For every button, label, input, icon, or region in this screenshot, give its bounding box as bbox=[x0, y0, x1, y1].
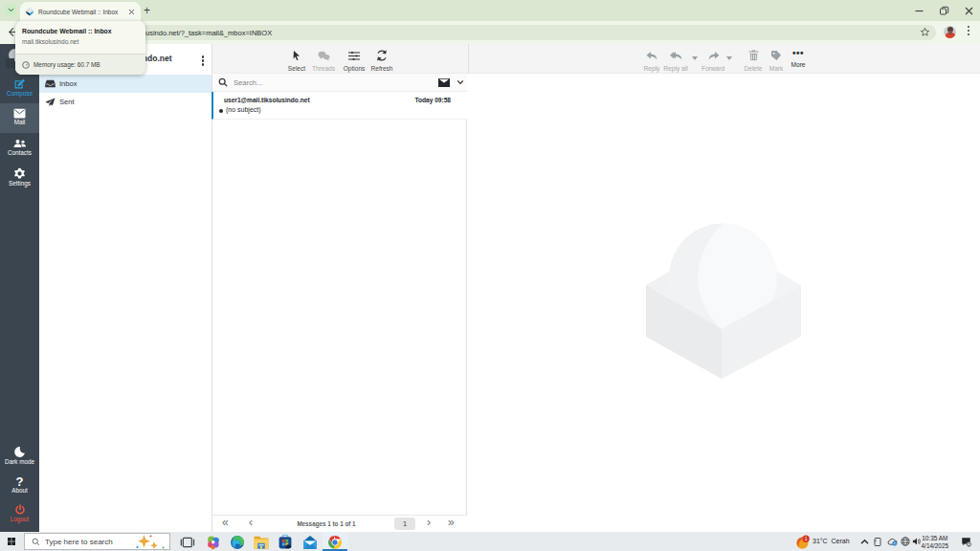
svg-text:1: 1 bbox=[805, 537, 808, 541]
